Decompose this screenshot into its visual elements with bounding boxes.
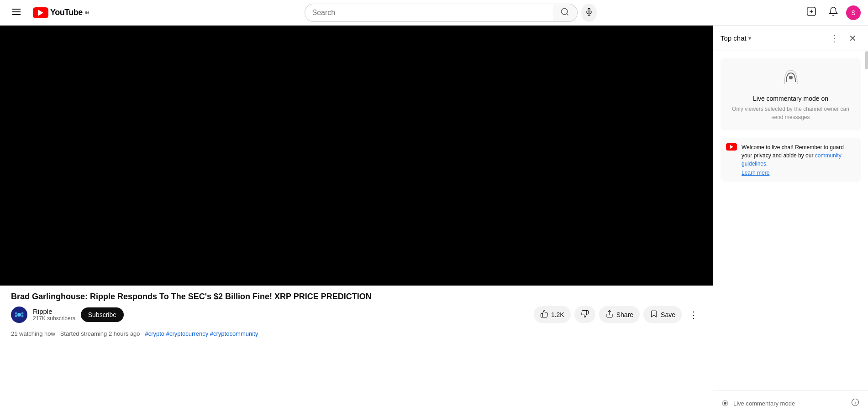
video-title: Brad Garlinghouse: Ripple Responds To Th… <box>11 291 702 302</box>
more-vert-icon: ⋮ <box>689 309 698 320</box>
bell-icon <box>828 6 838 19</box>
svg-point-15 <box>15 315 17 317</box>
search-input[interactable] <box>305 4 553 22</box>
svg-rect-0 <box>12 9 21 10</box>
live-mode-label: Live commentary mode <box>733 400 846 407</box>
subscribe-button[interactable]: Subscribe <box>81 307 124 322</box>
watching-count: 21 watching now <box>11 330 55 337</box>
avatar[interactable]: S <box>846 5 861 20</box>
welcome-text: Welcome to live chat! Remember to guard … <box>742 144 844 167</box>
more-actions-button[interactable]: ⋮ <box>685 307 702 323</box>
video-column: Brad Garlinghouse: Ripple Responds To Th… <box>0 26 713 416</box>
stream-started: Started streaming 2 hours ago <box>60 330 140 337</box>
menu-button[interactable] <box>7 4 26 22</box>
header-left: YouTubeIN <box>7 4 99 22</box>
channel-name[interactable]: Ripple <box>33 307 75 315</box>
info-icon <box>851 398 859 408</box>
svg-point-14 <box>21 312 24 314</box>
close-icon: ✕ <box>849 33 857 44</box>
more-vert-icon: ⋮ <box>830 33 839 44</box>
content-area: Brad Garlinghouse: Ripple Responds To Th… <box>0 26 868 416</box>
svg-point-13 <box>15 312 17 314</box>
header-right: S <box>802 4 861 22</box>
live-mode-info-button[interactable] <box>850 398 861 409</box>
welcome-text-container: Welcome to live chat! Remember to guard … <box>742 143 855 176</box>
svg-point-18 <box>789 76 793 79</box>
create-icon <box>806 6 816 19</box>
scroll-thumb <box>865 51 868 69</box>
search-container <box>99 4 802 22</box>
channel-subscribers: 217K subscribers <box>33 315 75 322</box>
chat-header-actions: ⋮ ✕ <box>826 30 861 47</box>
channel-avatar[interactable] <box>11 307 27 323</box>
chat-footer: Live commentary mode <box>713 390 868 416</box>
share-label: Share <box>616 311 633 318</box>
chat-scrollbar[interactable] <box>865 51 868 390</box>
video-player[interactable] <box>0 26 713 286</box>
chat-close-button[interactable]: ✕ <box>844 30 861 47</box>
notifications-button[interactable] <box>824 4 842 22</box>
dislike-button[interactable] <box>574 306 595 323</box>
live-commentary-box: Live commentary mode on Only viewers sel… <box>721 58 861 130</box>
youtube-logo[interactable]: YouTubeIN <box>33 7 89 18</box>
live-mode-icon <box>721 399 730 408</box>
share-icon <box>605 310 614 319</box>
video-tags: #crypto #cryptocurrency #cryptocommunity <box>145 330 258 337</box>
youtube-logo-icon <box>33 7 48 18</box>
chat-body[interactable]: Live commentary mode on Only viewers sel… <box>713 51 868 390</box>
dislike-icon <box>581 310 589 319</box>
youtube-logo-badge: IN <box>85 10 89 15</box>
chat-title-button[interactable]: Top chat ▾ <box>721 34 751 42</box>
video-info: Brad Garlinghouse: Ripple Responds To Th… <box>0 286 713 328</box>
svg-rect-2 <box>12 14 21 15</box>
search-button[interactable] <box>553 4 578 22</box>
hamburger-icon <box>12 8 21 17</box>
svg-point-12 <box>17 313 21 317</box>
like-button[interactable]: 1.2K <box>534 306 571 323</box>
youtube-logo-text: YouTube <box>50 8 83 17</box>
header: YouTubeIN <box>0 0 868 26</box>
share-button[interactable]: Share <box>599 306 640 323</box>
save-button[interactable]: Save <box>643 306 682 323</box>
channel-info: Ripple 217K subscribers <box>33 307 75 322</box>
create-button[interactable] <box>802 4 821 22</box>
mic-button[interactable] <box>581 4 597 22</box>
welcome-message: Welcome to live chat! Remember to guard … <box>721 138 861 182</box>
action-buttons: 1.2K Share <box>534 306 702 323</box>
chat-title-label: Top chat <box>721 34 747 42</box>
channel-row: Ripple 217K subscribers Subscribe 1.2K <box>11 306 702 323</box>
like-icon <box>540 310 548 319</box>
chat-header: Top chat ▾ ⋮ ✕ <box>713 26 868 51</box>
mic-icon <box>585 8 593 17</box>
svg-line-4 <box>567 14 568 16</box>
ripple-logo-icon <box>13 309 25 321</box>
svg-point-19 <box>724 402 726 405</box>
svg-point-3 <box>562 9 568 15</box>
live-commentary-desc: Only viewers selected by the channel own… <box>730 105 852 121</box>
svg-rect-1 <box>12 11 21 12</box>
svg-point-16 <box>21 315 24 317</box>
like-count: 1.2K <box>551 311 564 318</box>
svg-rect-5 <box>588 9 590 12</box>
save-label: Save <box>661 311 675 318</box>
search-icon <box>560 7 569 18</box>
chevron-down-icon: ▾ <box>748 35 751 42</box>
broadcast-icon <box>730 68 852 89</box>
youtube-small-icon <box>726 143 737 151</box>
search-form <box>305 4 597 22</box>
chat-panel: Top chat ▾ ⋮ ✕ <box>713 26 868 416</box>
live-commentary-mode-bar: Live commentary mode <box>721 394 861 412</box>
save-icon <box>650 310 658 319</box>
video-meta: 21 watching now Started streaming 2 hour… <box>0 328 713 339</box>
learn-more-link[interactable]: Learn more <box>742 170 855 176</box>
channel-left: Ripple 217K subscribers Subscribe <box>11 307 124 323</box>
live-commentary-title: Live commentary mode on <box>730 95 852 102</box>
chat-more-button[interactable]: ⋮ <box>826 30 842 47</box>
